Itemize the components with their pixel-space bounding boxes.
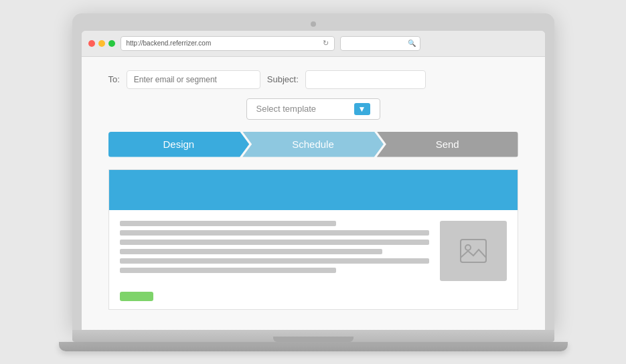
screen-bezel: http://backend.referrizer.com ↻ 🔍 To: Su… — [82, 31, 545, 330]
svg-point-1 — [465, 245, 471, 250]
camera-dot — [311, 21, 316, 27]
tab-design[interactable]: Design — [108, 132, 250, 157]
email-input[interactable] — [127, 70, 260, 89]
minimize-button[interactable] — [98, 40, 105, 47]
laptop-base — [72, 330, 554, 342]
tab-schedule[interactable]: Schedule — [242, 132, 384, 157]
laptop-device: http://backend.referrizer.com ↻ 🔍 To: Su… — [59, 13, 568, 351]
text-line — [120, 240, 429, 245]
email-image-placeholder — [440, 221, 507, 281]
browser-chrome: http://backend.referrizer.com ↻ 🔍 — [82, 31, 545, 57]
select-template-label: Select template — [256, 104, 317, 114]
tab-send[interactable]: Send — [377, 132, 518, 157]
maximize-button[interactable] — [108, 40, 115, 47]
svg-rect-0 — [461, 240, 486, 262]
email-body — [109, 210, 518, 292]
page-content: To: Subject: Select template ▼ Design — [82, 57, 545, 330]
text-line — [120, 230, 429, 236]
email-preview — [108, 169, 518, 310]
laptop-screen: http://backend.referrizer.com ↻ 🔍 To: Su… — [72, 13, 554, 330]
text-line — [120, 258, 429, 264]
traffic-lights — [88, 40, 115, 47]
cta-button-preview — [120, 292, 153, 301]
address-bar[interactable]: http://backend.referrizer.com ↻ — [121, 36, 335, 51]
refresh-icon[interactable]: ↻ — [323, 39, 329, 48]
laptop-stand — [59, 342, 568, 351]
search-bar[interactable]: 🔍 — [340, 36, 420, 51]
to-label: To: — [108, 74, 120, 84]
email-banner — [109, 170, 518, 210]
email-text-column — [120, 221, 429, 281]
text-line — [120, 221, 336, 226]
email-form-row: To: Subject: — [108, 70, 518, 89]
subject-input[interactable] — [305, 70, 426, 89]
dropdown-arrow-icon: ▼ — [354, 103, 370, 115]
close-button[interactable] — [88, 40, 95, 47]
url-text: http://backend.referrizer.com — [127, 39, 319, 47]
text-line — [120, 249, 383, 254]
text-line — [120, 268, 336, 273]
image-icon — [460, 239, 487, 263]
subject-label: Subject: — [267, 74, 299, 84]
step-tabs: Design Schedule Send — [108, 132, 518, 157]
select-template-dropdown[interactable]: Select template ▼ — [246, 98, 380, 120]
email-footer — [109, 292, 518, 309]
select-template-row: Select template ▼ — [108, 98, 518, 120]
search-icon: 🔍 — [408, 39, 416, 47]
